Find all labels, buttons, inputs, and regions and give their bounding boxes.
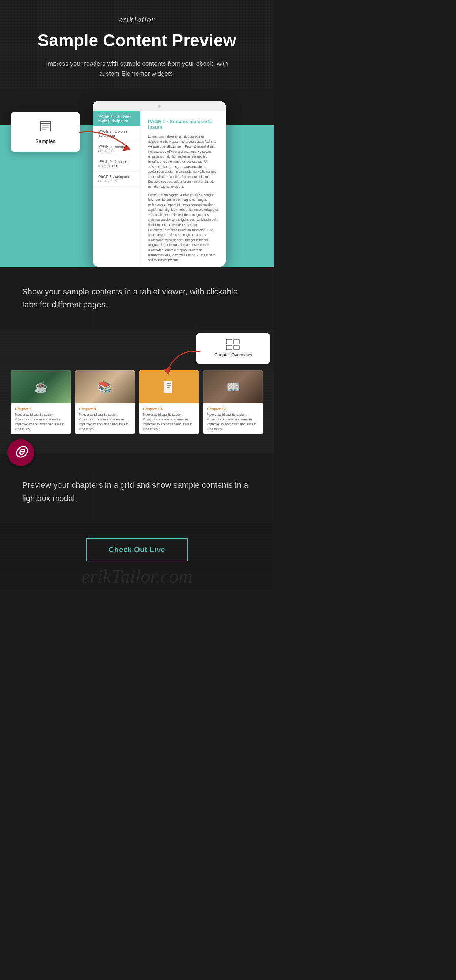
- tablet-content-title: PAGE 1 - Sodales malesuda ipsum: [148, 119, 218, 130]
- watermark: erikTailor.com: [81, 565, 193, 587]
- svg-rect-12: [166, 381, 172, 393]
- samples-icon: [20, 119, 70, 135]
- chapter-4-image: [203, 370, 263, 404]
- chapter-1-title: Chapter I.: [15, 406, 67, 411]
- chapter-2-title: Chapter II.: [79, 406, 131, 411]
- description-2-section: Preview your chapters in a grid and show…: [0, 453, 274, 523]
- arrow-2: [157, 344, 206, 381]
- chapter-section: Chapter Overviews Chapter I. Maecenas id…: [0, 329, 274, 453]
- chapter-1-info: Chapter I. Maecenas id sagittis sapien. …: [11, 404, 71, 434]
- chapter-widget[interactable]: Chapter Overviews: [196, 333, 270, 364]
- chapter-card-4[interactable]: Chapter IV. Maecenas id sagittis sapien.…: [203, 370, 263, 434]
- elementor-badge: ⓔ: [7, 439, 34, 466]
- chapter-2-desc: Maecenas id sagittis sapien. Vivamus acc…: [79, 412, 131, 431]
- svg-rect-7: [234, 339, 239, 344]
- tablet-content-area: PAGE 1 - Sodales malesuda ipsum Lorem ip…: [141, 111, 226, 267]
- tablet-body-1: Lorem ipsum dolor sit amet, consectetur …: [148, 134, 218, 190]
- samples-widget[interactable]: Samples: [11, 112, 80, 152]
- description-1-text: Show your sample contents in a tablet vi…: [22, 285, 252, 311]
- chapter-4-desc: Maecenas id sagittis sapien. Vivamus acc…: [207, 412, 259, 431]
- tablet-wrapper: Samples PAGE 1 - Sodales malesuda ipsum …: [11, 101, 263, 267]
- tablet-nav-active[interactable]: PAGE 1 - Sodales malesuda ipsum: [92, 111, 140, 126]
- tablet-device: PAGE 1 - Sodales malesuda ipsum PAGE 2 -…: [92, 101, 226, 267]
- elementor-icon: ⓔ: [15, 444, 27, 461]
- chapter-3-info: Chapter III. Maecenas id sagittis sapien…: [139, 404, 199, 434]
- chapter-3-title: Chapter III.: [143, 406, 195, 411]
- chapter-4-title: Chapter IV.: [207, 406, 259, 411]
- tablet-preview-section: Samples PAGE 1 - Sodales malesuda ipsum …: [0, 90, 274, 267]
- chapter-card-1[interactable]: Chapter I. Maecenas id sagittis sapien. …: [11, 370, 71, 434]
- hero-subtitle: Impress your readers with sample content…: [41, 59, 233, 79]
- arrow-1: [76, 127, 131, 156]
- chapter-widget-label: Chapter Overviews: [205, 352, 261, 358]
- cta-button[interactable]: Check Out Live: [86, 538, 188, 562]
- chapter-card-2[interactable]: Chapter II. Maecenas id sagittis sapien.…: [75, 370, 135, 434]
- svg-marker-5: [122, 145, 131, 151]
- chapter-grid: Chapter I. Maecenas id sagittis sapien. …: [7, 370, 266, 434]
- samples-label: Samples: [20, 138, 70, 144]
- chapter-2-image: [75, 370, 135, 404]
- svg-rect-9: [234, 345, 239, 350]
- description-2-text: Preview your chapters in a grid and show…: [22, 479, 252, 504]
- svg-marker-10: [164, 367, 171, 375]
- tablet-body-2: Fusce ut diam sagittis, auctor purus eu,…: [148, 192, 218, 263]
- svg-rect-6: [226, 339, 232, 344]
- description-1-section: Show your sample contents in a tablet vi…: [0, 267, 274, 329]
- hero-section: erikTailor Sample Content Preview Impres…: [0, 0, 274, 90]
- chapter-overview-icon: [205, 339, 261, 350]
- tablet-main-content: PAGE 1 - Sodales malesuda ipsum Lorem ip…: [141, 111, 226, 267]
- cta-section: Check Out Live erikTailor.com: [0, 523, 274, 591]
- page-title: Sample Content Preview: [7, 31, 266, 50]
- chapter-1-image: [11, 370, 71, 404]
- tablet-list-item-5[interactable]: PAGE 5 - Volupante cursus mas: [92, 172, 140, 187]
- chapter-4-info: Chapter IV. Maecenas id sagittis sapien.…: [203, 404, 263, 434]
- tablet-camera: [158, 105, 161, 108]
- tablet-top-bar: [92, 101, 226, 111]
- chapter-2-info: Chapter II. Maecenas id sagittis sapien.…: [75, 404, 135, 434]
- chapter-1-desc: Maecenas id sagittis sapien. Vivamus acc…: [15, 412, 67, 431]
- chapter-3-desc: Maecenas id sagittis sapien. Vivamus acc…: [143, 412, 195, 431]
- brand-logo: erikTailor: [7, 15, 266, 24]
- tablet-list-item-4[interactable]: PAGE 4 - Collapor unsted prior: [92, 156, 140, 172]
- svg-rect-8: [226, 345, 232, 350]
